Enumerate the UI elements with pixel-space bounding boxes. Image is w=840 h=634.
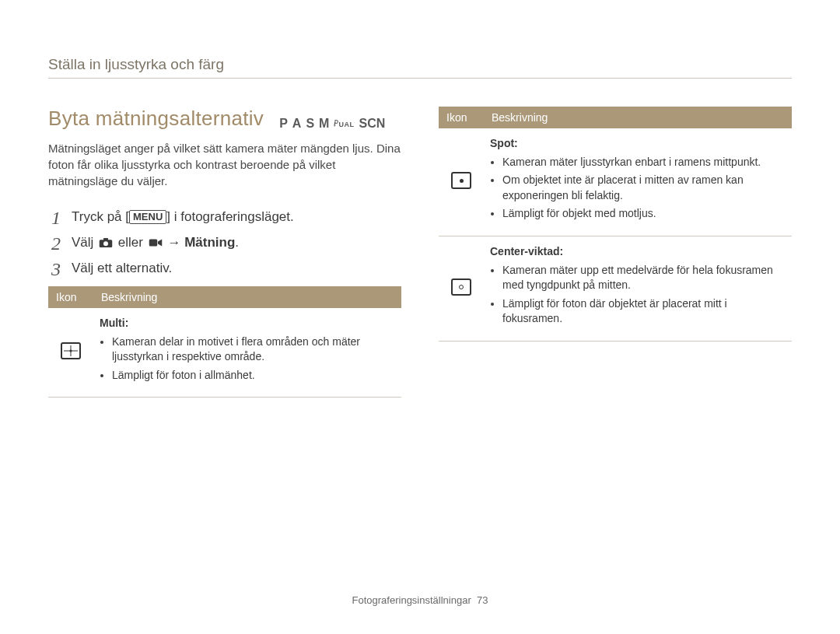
mode-s-icon: S (306, 117, 314, 131)
table-head-icon: Ikon (48, 286, 93, 308)
spot-bullet-1: Kameran mäter ljusstyrkan enbart i ramen… (502, 155, 786, 170)
page-container: Ställa in ljusstyrka och färg Byta mätni… (0, 0, 840, 634)
spot-bullet-2: Om objektet inte är placerat i mitten av… (502, 173, 786, 203)
page-footer: Fotograferingsinställningar 73 (0, 594, 840, 606)
table-row: Center-viktad: Kameran mäter upp ett med… (439, 236, 792, 341)
step-number: 3 (48, 259, 61, 278)
step-1: 1 Tryck på [MENU] i fotograferingsläget. (48, 208, 401, 227)
spot-title: Spot (490, 137, 514, 149)
center-weighted-desc: Center-viktad: Kameran mäter upp ett med… (484, 236, 792, 341)
step-3-text: Välj ett alternativ. (72, 259, 172, 278)
mode-m-icon: M (319, 117, 329, 131)
mode-icons: P A S M 𝄽DUAL SCN (279, 117, 390, 131)
camera-icon (99, 235, 113, 246)
footer-page-number: 73 (477, 594, 488, 606)
step-1-prefix: Tryck på [ (72, 209, 129, 224)
multi-metering-desc: Multi: Kameran delar in motivet i flera … (93, 308, 401, 398)
step-2-target: Mätning (184, 235, 235, 250)
center-bullet-1: Kameran mäter upp ett medelvärde för hel… (502, 263, 786, 293)
left-column: Byta mätningsalternativ P A S M 𝄽DUAL SC… (48, 107, 401, 398)
step-2-prefix: Välj (72, 235, 97, 250)
step-1-suffix: ] i fotograferingsläget. (166, 209, 293, 224)
mode-scn-icon: SCN (359, 117, 385, 131)
intro-text: Mätningsläget anger på vilket sätt kamer… (48, 140, 401, 189)
steps-list: 1 Tryck på [MENU] i fotograferingsläget.… (48, 208, 401, 278)
step-1-text: Tryck på [MENU] i fotograferingsläget. (72, 208, 294, 226)
menu-button-icon: MENU (129, 210, 166, 224)
table-head-desc: Beskrivning (93, 286, 401, 308)
step-2-text: Välj eller → Mätning. (72, 233, 239, 252)
center-weighted-icon (439, 236, 484, 341)
spot-metering-icon (439, 128, 484, 236)
svg-rect-2 (103, 238, 108, 240)
step-number: 1 (48, 208, 61, 227)
svg-rect-4 (149, 240, 157, 247)
spot-bullet-3: Lämpligt för objekt med motljus. (502, 206, 786, 222)
multi-bullet-1: Kameran delar in motivet i flera områden… (112, 335, 395, 365)
footer-label: Fotograferingsinställningar (352, 594, 471, 606)
step-number: 2 (48, 233, 61, 253)
multi-metering-icon (48, 308, 93, 398)
table-row: Spot: Kameran mäter ljusstyrkan enbart i… (439, 128, 792, 236)
mode-dual-icon: 𝄽DUAL (334, 119, 354, 129)
step-2: 2 Välj eller → Mätning. (48, 233, 401, 253)
mode-p-icon: P (279, 117, 288, 131)
table-head-icon: Ikon (439, 107, 484, 128)
svg-point-3 (103, 241, 108, 246)
video-camera-icon (149, 235, 163, 246)
content-columns: Byta mätningsalternativ P A S M 𝄽DUAL SC… (48, 107, 792, 398)
spot-metering-desc: Spot: Kameran mäter ljusstyrkan enbart i… (484, 128, 792, 236)
table-head-desc: Beskrivning (484, 107, 792, 128)
multi-title: Multi (100, 317, 125, 329)
table-row: Multi: Kameran delar in motivet i flera … (48, 308, 401, 398)
step-3: 3 Välj ett alternativ. (48, 259, 401, 278)
step-2-suffix: . (235, 235, 239, 250)
mode-a-icon: A (292, 117, 302, 131)
section-title: Byta mätningsalternativ (48, 107, 264, 131)
step-2-middle: eller (118, 235, 147, 250)
center-bullet-2: Lämpligt för foton där objektet är place… (502, 296, 786, 327)
arrow-icon: → (167, 235, 184, 250)
center-title: Center-viktad (490, 245, 559, 257)
metering-table-right: Ikon Beskrivning Spot: Kameran mäter lju… (439, 107, 792, 342)
breadcrumb: Ställa in ljusstyrka och färg (48, 56, 792, 79)
right-column: Ikon Beskrivning Spot: Kameran mäter lju… (439, 107, 792, 398)
multi-bullet-2: Lämpligt för foton i allmänhet. (112, 368, 395, 384)
metering-table-left: Ikon Beskrivning Multi: Kameran delar in… (48, 286, 401, 398)
section-header: Byta mätningsalternativ P A S M 𝄽DUAL SC… (48, 107, 401, 131)
